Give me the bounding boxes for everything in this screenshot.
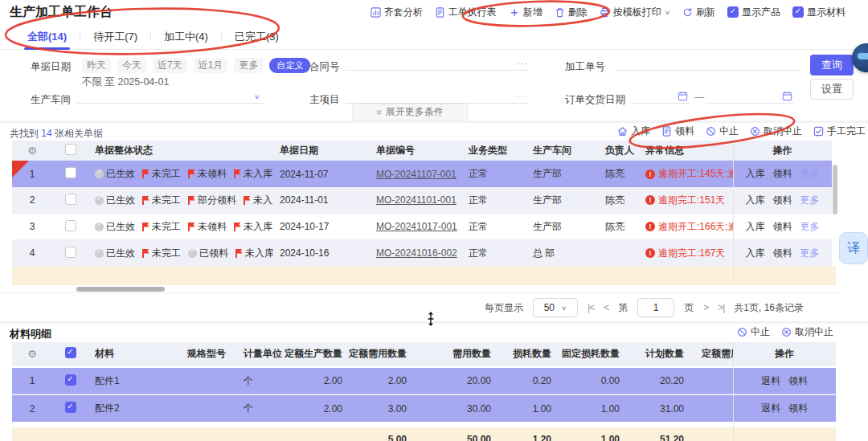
- row-checkbox[interactable]: [65, 220, 76, 231]
- gear-icon[interactable]: ⚙: [27, 145, 37, 157]
- show-product-toggle[interactable]: 显示产品: [727, 6, 780, 19]
- delivery-date-end-input[interactable]: [706, 88, 794, 104]
- contract-lookup-icon[interactable]: ···: [517, 59, 528, 68]
- row-inbound-link[interactable]: 入库: [746, 194, 765, 207]
- prev-page-button[interactable]: <: [604, 302, 608, 313]
- doc-code-link[interactable]: MO-20241016-002: [376, 247, 457, 259]
- material-row[interactable]: 1 配件1 个 2.00 2.00 20.00 0.20 0.00 20.20 …: [12, 368, 836, 394]
- table-row[interactable]: 2 已生效 未完工 部分领料 未入库 2024-11-01 MO-2024110…: [12, 187, 832, 214]
- main-project-input[interactable]: [346, 88, 529, 104]
- horizontal-scrollbar-thumb[interactable]: [76, 287, 165, 292]
- doc-code-link[interactable]: MO-20241101-001: [376, 194, 457, 206]
- cancel-abort-button[interactable]: 取消中止: [750, 125, 802, 138]
- table-row[interactable]: 4 已生效 未完工 已领料 未入库 2024-10-16 MO-20241016…: [12, 240, 832, 267]
- return-material-link[interactable]: 退料: [761, 402, 780, 415]
- kit-analysis-button[interactable]: 齐套分析: [371, 6, 423, 19]
- row-more-link[interactable]: 更多: [800, 194, 820, 207]
- material-pick-button[interactable]: 领料: [661, 125, 694, 138]
- materials-table-header: ⚙ 材料 规格型号 计量单位 定额生产数量 定额需用数量 需用数量 损耗数量 固…: [12, 342, 836, 365]
- refresh-button[interactable]: 刷新: [682, 6, 715, 19]
- row-checkbox[interactable]: [65, 374, 76, 386]
- row-pick-link[interactable]: 领料: [773, 247, 792, 260]
- row-pick-link[interactable]: 领料: [773, 167, 792, 181]
- tab-finished[interactable]: 已完工(3): [222, 24, 292, 49]
- tab-all[interactable]: 全部(14): [14, 24, 80, 49]
- warehouse-icon: [617, 126, 628, 137]
- select-all-checkbox[interactable]: [65, 347, 76, 358]
- row-checkbox[interactable]: [65, 402, 76, 413]
- work-order-report-button[interactable]: 工单执行表: [435, 6, 497, 19]
- status-cell: 已生效 未完工 未领料 未入库: [88, 220, 273, 234]
- last-page-button[interactable]: >|: [718, 302, 724, 313]
- exception-cell: !逾期开工:166天;逾期完工: [639, 220, 733, 234]
- main-project-lookup-icon[interactable]: ···: [517, 92, 528, 101]
- quick-today[interactable]: 今天: [117, 58, 146, 73]
- chevron-down-icon[interactable]: ∨: [254, 93, 260, 100]
- tab-processing[interactable]: 加工中(4): [151, 24, 221, 49]
- row-inbound-link[interactable]: 入库: [746, 247, 765, 260]
- translate-float-button[interactable]: 译: [839, 232, 868, 264]
- col-req: 需用数量: [446, 347, 502, 361]
- delete-button[interactable]: 删除: [555, 6, 588, 19]
- pick-material-link[interactable]: 领料: [788, 374, 808, 388]
- col-workshop: 生产车间: [526, 144, 599, 157]
- row-inbound-link[interactable]: 入库: [746, 167, 765, 181]
- col-fixed-loss: 固定损耗数量: [555, 347, 631, 361]
- material-row[interactable]: 2 配件2 个 2.00 3.00 30.00 1.00 1.00 31.00 …: [12, 395, 836, 422]
- show-product-checkbox[interactable]: [727, 6, 739, 18]
- row-checkbox[interactable]: [65, 247, 76, 258]
- inbound-button[interactable]: 入库: [617, 125, 650, 138]
- row-more-link[interactable]: 更多: [800, 167, 820, 181]
- search-button[interactable]: 查询: [810, 55, 854, 76]
- quick-custom-badge[interactable]: 自定义: [269, 58, 310, 73]
- workshop-label: 生产车间: [31, 93, 71, 107]
- return-material-link[interactable]: 退料: [761, 374, 780, 388]
- row-inbound-link[interactable]: 入库: [746, 220, 765, 234]
- quick-yesterday[interactable]: 昨天: [82, 58, 111, 73]
- abort-button[interactable]: 中止: [706, 125, 739, 138]
- show-material-toggle[interactable]: 显示材料: [792, 6, 845, 19]
- next-page-button[interactable]: >: [703, 302, 708, 313]
- row-more-link[interactable]: 更多: [800, 220, 820, 234]
- first-page-button[interactable]: |<: [588, 302, 594, 313]
- expand-more-conditions-button[interactable]: « 展开更多条件: [352, 104, 468, 120]
- show-material-checkbox[interactable]: [792, 6, 804, 18]
- add-button[interactable]: ＋ 新增: [509, 6, 542, 19]
- page-number-input[interactable]: [637, 298, 674, 317]
- select-all-checkbox[interactable]: [65, 144, 76, 155]
- table-row[interactable]: 1 已生效 未完工 未领料 未入库 2024-11-07 MO-20241107…: [12, 161, 832, 187]
- doc-code-link[interactable]: MO-20241017-001: [376, 221, 457, 232]
- row-more-link[interactable]: 更多: [800, 247, 820, 260]
- vertical-scrollbar-thumb[interactable]: [833, 165, 837, 214]
- quick-last7[interactable]: 近7天: [153, 58, 187, 73]
- error-icon: !: [645, 195, 655, 205]
- quick-more[interactable]: 更多: [234, 58, 263, 73]
- materials-cancel-abort-button[interactable]: 取消中止: [781, 325, 833, 339]
- row-checkbox[interactable]: [65, 167, 76, 178]
- settings-button[interactable]: 设置: [810, 79, 854, 100]
- workshop-select[interactable]: [77, 88, 265, 104]
- tab-pending[interactable]: 待开工(7): [80, 24, 150, 49]
- doc-date: 2024-11-01: [273, 194, 370, 206]
- pagination-total: 共1页, 16条记录: [734, 301, 804, 315]
- horizontal-scrollbar[interactable]: [0, 285, 840, 293]
- manual-finish-button[interactable]: 手工完工: [813, 125, 866, 138]
- table-row[interactable]: 3 已生效 未完工 未领料 未入库 2024-10-17 MO-20241017…: [12, 214, 832, 240]
- row-pick-link[interactable]: 领料: [773, 220, 792, 234]
- order-no-input[interactable]: [615, 55, 800, 71]
- calendar-icon[interactable]: [678, 91, 688, 101]
- row-pick-link[interactable]: 领料: [773, 194, 792, 207]
- quick-last1m[interactable]: 近1月: [194, 58, 228, 73]
- row-checkbox[interactable]: [65, 194, 76, 205]
- fixed-column-divider: [733, 342, 734, 441]
- materials-abort-button[interactable]: 中止: [737, 325, 770, 339]
- print-by-template-button[interactable]: 按模板打印 ∨: [600, 6, 670, 19]
- gear-icon[interactable]: ⚙: [27, 348, 37, 360]
- calendar-icon[interactable]: [782, 91, 792, 101]
- contract-input[interactable]: [346, 55, 529, 71]
- material-name: 配件1: [88, 374, 181, 388]
- per-page-select[interactable]: 50 ∨: [533, 298, 578, 317]
- pick-material-link[interactable]: 领料: [788, 402, 808, 415]
- doc-code-link[interactable]: MO-20241107-001: [376, 169, 457, 180]
- chart-icon: [371, 7, 381, 18]
